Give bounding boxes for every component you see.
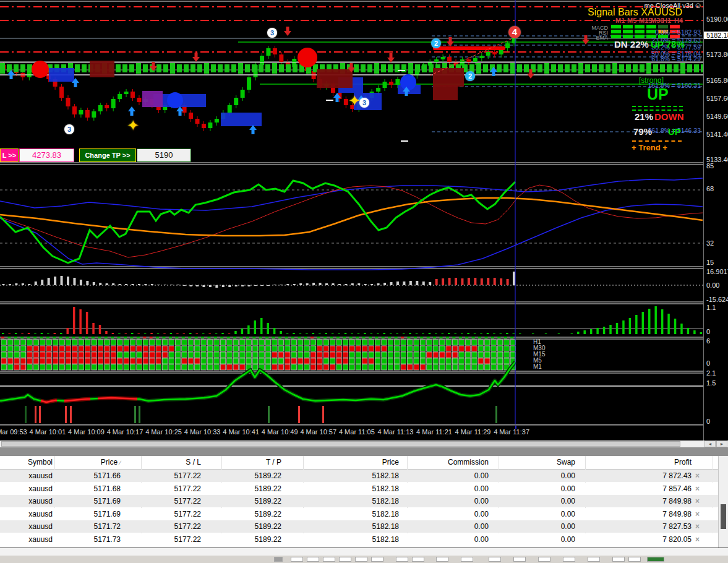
column-header-tp[interactable]: T / P	[201, 456, 281, 469]
time-axis-label: 4 Mar 10:09	[68, 428, 105, 436]
taskbar-item[interactable]	[355, 557, 367, 562]
column-header-profit[interactable]: Profit	[611, 456, 692, 469]
price-axis-label: 5173.80	[706, 51, 728, 58]
column-header-price[interactable]: Price ∕	[40, 456, 121, 469]
order-cell: 0.00	[408, 508, 489, 520]
tf-label-m1[interactable]: M1	[615, 17, 625, 24]
order-cell: 5189.22	[201, 520, 281, 533]
taskbar-item[interactable]	[307, 557, 319, 562]
vscroll-thumb[interactable]	[721, 504, 726, 529]
indicator-scale-label: 0	[706, 359, 710, 367]
order-cell: 5177.22	[121, 483, 201, 495]
close-order-icon[interactable]: ×	[695, 520, 700, 533]
bottom-margin	[0, 548, 728, 556]
order-cell: 5189.22	[201, 495, 281, 507]
indicator-scale-label: 0	[706, 418, 710, 425]
taskbar-item[interactable]	[513, 557, 526, 562]
column-header-commission[interactable]: Commission	[408, 456, 489, 469]
order-cell: 5182.18	[319, 470, 399, 482]
tf-label-h1[interactable]: H1	[662, 17, 671, 24]
time-axis-label: 4 Mar 10:49	[262, 428, 298, 436]
order-cell: 7 849.98	[611, 508, 692, 520]
star-icon: ✦	[348, 95, 361, 106]
green-dashed-separator	[632, 106, 683, 111]
taskbar-item[interactable]	[436, 557, 448, 562]
horizontal-scrollbar[interactable]: ◄ ►	[0, 441, 728, 447]
order-row[interactable]: xauusd5171.735177.225189.225182.180.000.…	[0, 533, 718, 546]
hscroll-thumb[interactable]	[1, 441, 680, 447]
taskbar-item[interactable]	[412, 557, 424, 562]
taskbar-item[interactable]	[647, 557, 664, 562]
order-cell: 0.00	[408, 495, 489, 507]
order-cell: 7 857.46	[611, 483, 692, 495]
order-row[interactable]: xauusd5171.695177.225189.225182.180.000.…	[0, 495, 718, 507]
change-tp-button[interactable]: Change TP >>	[79, 148, 136, 162]
indicator-scale-label: 0	[706, 328, 710, 335]
order-row[interactable]: xauusd5171.685177.225189.225182.180.000.…	[0, 483, 718, 495]
grid-tf-label: M1	[533, 363, 542, 370]
taskbar-item[interactable]	[371, 557, 383, 562]
time-axis-label: 4 Mar 10:41	[223, 428, 259, 436]
time-axis-label: 4 Mar 10:25	[145, 428, 182, 436]
indicator-scale-label: 32	[706, 239, 714, 247]
taskbar-item[interactable]	[628, 557, 641, 562]
signal-number-badge: 2	[431, 38, 441, 48]
order-cell: 0.00	[495, 470, 575, 482]
sl-value-field[interactable]: 4273.83	[19, 148, 74, 162]
signal-number-badge: 3	[64, 124, 74, 134]
order-cell: 5177.22	[121, 508, 201, 520]
close-order-icon[interactable]: ×	[695, 483, 700, 495]
dn-percent-label: DN 22%	[614, 39, 649, 49]
order-cell: 5171.72	[40, 520, 121, 533]
close-order-icon[interactable]: ×	[695, 470, 700, 482]
chart-canvas[interactable]	[0, 0, 703, 425]
taskbar-item[interactable]	[563, 557, 575, 562]
column-header-swap[interactable]: Swap	[495, 456, 575, 469]
order-cell: 5171.68	[40, 483, 121, 495]
price-axis-label: 5149.60	[706, 113, 728, 120]
order-cell: 7 820.05	[611, 533, 692, 546]
price-axis[interactable]: 5190.005173.805165.805157.605149.605141.…	[703, 0, 728, 441]
taskbar-item[interactable]	[588, 557, 600, 562]
down-pct-label: 21%	[635, 111, 653, 122]
column-header-price[interactable]: Price	[319, 456, 399, 469]
price-axis-label: 5157.60	[706, 95, 728, 102]
taskbar-item[interactable]	[291, 557, 303, 562]
taskbar-item[interactable]	[612, 557, 625, 562]
tf-label-m5[interactable]: M5	[627, 17, 636, 24]
close-order-icon[interactable]: ×	[695, 508, 700, 520]
order-cell: 5182.18	[319, 483, 399, 495]
close-order-icon[interactable]: ×	[695, 533, 700, 546]
scroll-right-arrow-icon[interactable]: ►	[716, 441, 727, 447]
signal-number-badge: 3	[267, 28, 277, 38]
tf-label-h4[interactable]: H4	[674, 17, 683, 24]
down-word-label: DOWN	[654, 111, 684, 122]
order-cell: 5171.66	[40, 470, 121, 482]
order-row[interactable]: xauusd5171.725177.225189.225182.180.000.…	[0, 520, 718, 533]
taskbar-item[interactable]	[538, 557, 550, 562]
big-up-label: UP	[647, 85, 669, 103]
signal-number-badge: 3	[359, 98, 369, 108]
taskbar-item[interactable]	[274, 557, 283, 562]
taskbar-item[interactable]	[396, 557, 408, 562]
taskbar-item[interactable]	[489, 557, 501, 562]
close-order-icon[interactable]: ×	[695, 495, 700, 507]
order-cell: 7 849.98	[611, 495, 692, 507]
time-axis[interactable]: 4 Mar 09:534 Mar 10:014 Mar 10:094 Mar 1…	[0, 425, 703, 441]
time-axis-label: 4 Mar 11:21	[416, 428, 452, 436]
vertical-scrollbar[interactable]	[718, 456, 728, 548]
tp-value-field[interactable]: 5190	[137, 148, 191, 162]
order-cell: 0.00	[495, 483, 575, 495]
taskbar-item[interactable]	[339, 557, 351, 562]
smiley-icon[interactable]: ☺	[694, 1, 702, 10]
star-icon: ✦	[127, 120, 139, 131]
scroll-left-arrow-icon[interactable]: ◄	[704, 441, 716, 447]
column-header-sl[interactable]: S / L	[121, 456, 201, 469]
order-cell: 0.00	[495, 495, 575, 507]
change-sl-button[interactable]: L >>	[0, 148, 19, 162]
order-row[interactable]: xauusd5171.665177.225189.225182.180.000.…	[0, 470, 718, 482]
taskbar-item[interactable]	[461, 557, 473, 562]
taskbar-item[interactable]	[323, 557, 335, 562]
order-row[interactable]: xauusd5171.695177.225189.225182.180.000.…	[0, 508, 718, 520]
indicator-scale-label: 1.5	[706, 379, 716, 387]
